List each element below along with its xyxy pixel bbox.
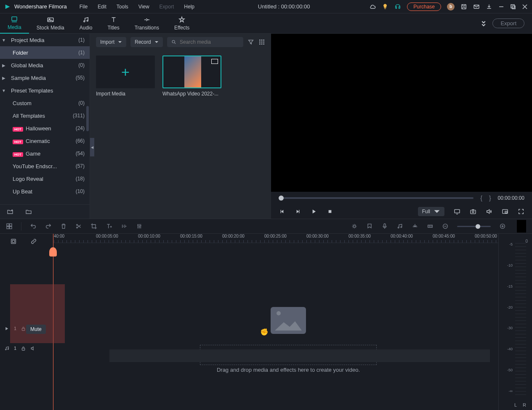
snapshot-icon[interactable] <box>470 208 476 215</box>
tab-transitions[interactable]: Transitions <box>127 13 167 34</box>
adjust-icon[interactable] <box>136 223 143 230</box>
minimize-icon[interactable] <box>498 4 504 10</box>
menu-help[interactable]: Help <box>180 3 199 11</box>
speed-icon[interactable] <box>121 223 128 230</box>
tree-item-project-media[interactable]: ▼Project Media(1) <box>0 34 90 46</box>
download-icon[interactable] <box>486 3 492 10</box>
menu-export[interactable]: Export <box>155 3 178 11</box>
filter-icon[interactable] <box>247 39 254 45</box>
svg-rect-38 <box>11 239 16 244</box>
tips-icon[interactable] <box>382 3 388 10</box>
menu-tools[interactable]: Tools <box>112 3 133 11</box>
zoom-fit-icon[interactable] <box>517 220 526 233</box>
color-icon[interactable] <box>351 223 358 230</box>
menu-view[interactable]: View <box>134 3 154 11</box>
search-field[interactable] <box>180 39 239 45</box>
tree-item-folder[interactable]: Folder(1) <box>0 46 90 59</box>
search-input[interactable] <box>167 37 243 47</box>
tree-item-halloween[interactable]: HOTHalloween(24) <box>0 122 90 135</box>
ripple-icon[interactable] <box>427 223 434 230</box>
drag-ghost <box>10 284 65 343</box>
media-thumb[interactable]: +Import Media <box>96 56 155 97</box>
support-icon[interactable] <box>394 3 401 10</box>
media-thumb[interactable]: WhatsApp Video 2022-... <box>162 56 221 97</box>
delete-icon[interactable] <box>60 223 67 230</box>
folder-icon[interactable] <box>25 209 32 215</box>
tree-item-logo-reveal[interactable]: Logo Reveal(18) <box>0 172 90 185</box>
tree-item-game[interactable]: HOTGame(54) <box>0 147 90 160</box>
magnet-icon[interactable] <box>412 223 418 230</box>
menu-file[interactable]: File <box>75 3 92 11</box>
drop-zone[interactable] <box>200 345 377 365</box>
stop-icon[interactable] <box>327 208 333 215</box>
timeline-tracks[interactable]: 40:0000:00:05:0000:00:10:0000:00:15:0000… <box>53 234 532 410</box>
mute-tooltip: Mute <box>26 325 46 334</box>
svg-rect-17 <box>261 43 263 45</box>
tree-item-global-media[interactable]: ▶Global Media(0) <box>0 59 90 71</box>
zoom-out-icon[interactable] <box>442 223 449 230</box>
svg-rect-14 <box>261 42 263 43</box>
undo-icon[interactable] <box>30 223 37 230</box>
tree-item-all-templates[interactable]: All Templates(311) <box>0 109 90 122</box>
tab-titles[interactable]: Titles <box>100 13 127 34</box>
preview-panel: { } 00:00:00:00 Full <box>271 34 532 219</box>
record-dropdown[interactable]: Record <box>130 37 163 47</box>
crop-icon[interactable] <box>90 223 97 230</box>
tree-item-custom[interactable]: Custom(0) <box>0 97 90 109</box>
mark-in-icon[interactable]: { <box>480 195 482 201</box>
volume-icon[interactable] <box>486 208 492 215</box>
tree-item-cinematic[interactable]: HOTCinematic(66) <box>0 135 90 147</box>
collapse-panel-icon[interactable]: ◀ <box>90 138 94 156</box>
redo-icon[interactable] <box>45 223 52 230</box>
tree-item-youtube-endscr-[interactable]: YouTube Endscr...(57) <box>0 160 90 172</box>
maximize-icon[interactable] <box>510 4 516 10</box>
zoom-slider[interactable] <box>457 226 491 227</box>
close-icon[interactable] <box>522 4 528 10</box>
meter-bars <box>515 241 526 395</box>
audio-mix-icon[interactable] <box>396 223 403 230</box>
svg-point-33 <box>398 227 399 228</box>
user-avatar[interactable]: b <box>447 3 455 11</box>
grid-view-icon[interactable] <box>258 39 265 45</box>
time-ruler[interactable]: 40:0000:00:05:0000:00:10:0000:00:15:0000… <box>53 234 532 243</box>
fullscreen-icon[interactable] <box>518 208 524 215</box>
tree-item-sample-media[interactable]: ▶Sample Media(55) <box>0 71 90 84</box>
svg-rect-2 <box>511 5 514 8</box>
mail-icon[interactable] <box>473 3 480 10</box>
layout-icon[interactable] <box>6 223 13 230</box>
menu-edit[interactable]: Edit <box>93 3 111 11</box>
preview-scrubber[interactable] <box>279 197 473 199</box>
split-icon[interactable] <box>75 223 82 230</box>
link-icon[interactable] <box>30 238 37 245</box>
export-button[interactable]: Export <box>492 19 524 28</box>
text-add-icon[interactable] <box>106 223 112 230</box>
app-logo-icon <box>4 3 11 10</box>
timeline-options-icon[interactable] <box>10 238 17 245</box>
preview-canvas[interactable] <box>271 34 532 192</box>
more-tabs-icon[interactable] <box>480 20 487 27</box>
purchase-button[interactable]: Purchase <box>407 3 441 11</box>
zoom-in-icon[interactable] <box>499 223 506 230</box>
display-icon[interactable] <box>454 208 460 215</box>
play-icon[interactable] <box>311 208 317 215</box>
mark-out-icon[interactable]: } <box>489 195 491 201</box>
quality-dropdown[interactable]: Full <box>418 207 444 216</box>
svg-rect-27 <box>7 227 9 229</box>
tree-item-up-beat[interactable]: Up Beat(10) <box>0 185 90 198</box>
tree-item-preset-templates[interactable]: ▼Preset Templates <box>0 84 90 97</box>
audio-track-header[interactable]: 1 <box>0 343 53 353</box>
tab-effects[interactable]: Effects <box>167 13 197 34</box>
pip-icon[interactable] <box>502 208 508 215</box>
import-dropdown[interactable]: Import <box>96 37 126 47</box>
tree-scrollbar[interactable] <box>86 106 89 131</box>
new-folder-icon[interactable] <box>7 209 13 215</box>
save-icon[interactable] <box>460 3 467 10</box>
marker-icon[interactable] <box>366 223 373 230</box>
voiceover-icon[interactable] <box>381 223 388 230</box>
tab-stock-media[interactable]: Stock Media <box>29 13 72 34</box>
tab-media[interactable]: Media <box>0 13 29 34</box>
cloud-icon[interactable] <box>369 3 376 10</box>
tab-audio[interactable]: Audio <box>72 13 100 34</box>
next-frame-icon[interactable] <box>295 208 301 215</box>
prev-frame-icon[interactable] <box>279 208 285 215</box>
